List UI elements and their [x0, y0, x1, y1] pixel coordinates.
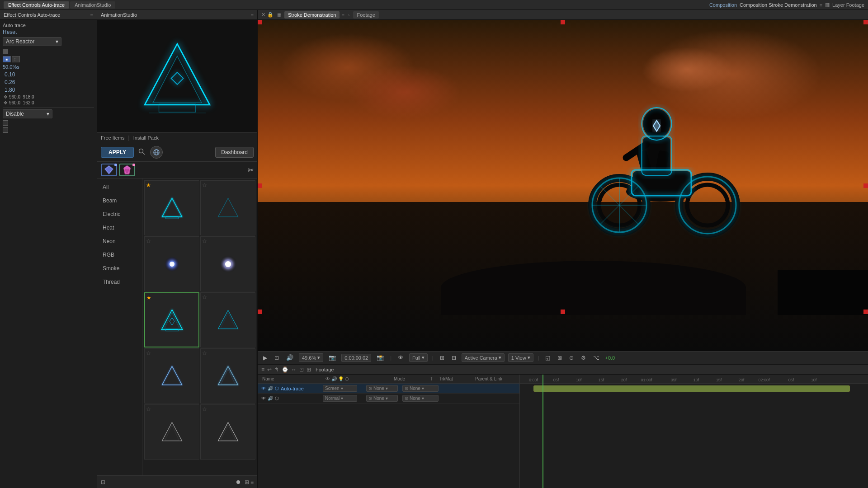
tl-solo-2[interactable]: ⬡ — [275, 396, 279, 401]
coord-2[interactable]: ✥ 960.0, 162.0 — [3, 100, 94, 105]
tl-visibility-2[interactable]: 👁 — [261, 396, 266, 401]
tl-layer-name-1[interactable]: Auto-trace — [281, 386, 304, 391]
value-1[interactable]: 0.10 — [3, 71, 94, 78]
tl-col-icon-2[interactable]: 🔊 — [331, 376, 337, 381]
vp-preview-btn[interactable]: ⊡ — [273, 354, 281, 362]
tab-stroke-demo[interactable]: Stroke Demonstration — [284, 11, 340, 19]
tl-audio-2[interactable]: 🔊 — [268, 396, 273, 401]
star-10[interactable]: ☆ — [202, 406, 207, 413]
parent-dropdown-1[interactable]: ⊙ None ▾ — [402, 385, 439, 392]
effect-item-9[interactable]: ☆ — [144, 404, 199, 460]
tab-footage[interactable]: Footage — [353, 11, 378, 19]
preset-dropdown[interactable]: Arc Reactor ▾ — [3, 37, 61, 46]
category-electric[interactable]: Electric — [97, 207, 142, 221]
tl-bar-content-2[interactable] — [533, 385, 850, 392]
tl-col-icon-4[interactable]: ⬡ — [345, 376, 349, 381]
trkmat-dropdown-2[interactable]: ⊙ None ▾ — [366, 395, 398, 402]
tools-icon[interactable]: ✂ — [248, 166, 254, 174]
zoom-dropdown[interactable]: 49.6% ▾ — [299, 353, 323, 362]
view-dropdown[interactable]: 1 View ▾ — [508, 353, 533, 362]
tl-icon-3[interactable]: ↔ — [291, 366, 297, 373]
timecode-display[interactable]: 0:00:00:02 — [341, 354, 371, 362]
percent-value[interactable]: 50.0%s — [3, 64, 19, 70]
vp-guides-btn[interactable]: ⊟ — [450, 354, 458, 362]
effect-item-3[interactable]: ☆ — [144, 236, 199, 291]
bottom-icon-1[interactable]: ⊡ — [101, 479, 105, 485]
vp-comp-btn[interactable]: ◱ — [543, 354, 552, 362]
checkbox-3[interactable] — [3, 127, 8, 133]
effect-item-4[interactable]: ☆ — [200, 236, 255, 291]
value-3[interactable]: 1.80 — [3, 87, 94, 93]
star-5[interactable]: ★ — [146, 295, 151, 301]
effect-item-6[interactable]: ☆ — [200, 292, 255, 347]
tl-col-icon-3[interactable]: 💡 — [338, 376, 344, 381]
view-icon-1[interactable]: ⊞ — [245, 479, 249, 485]
trkmat-dropdown-1[interactable]: ⊙ None ▾ — [366, 385, 398, 392]
quality-dropdown[interactable]: Full ▾ — [409, 353, 428, 362]
tab-effect-controls[interactable]: Effect Controls Auto-trace — [4, 1, 69, 9]
parent-dropdown-2[interactable]: ⊙ None ▾ — [402, 395, 439, 402]
category-smoke[interactable]: Smoke — [97, 262, 142, 275]
tl-icon-2[interactable]: ⌚ — [282, 366, 288, 373]
icon-box-2[interactable]: ⬚ — [12, 56, 20, 62]
center-panel-menu-icon[interactable]: ≡ — [251, 12, 254, 18]
tl-icon-5[interactable]: ⊞ — [307, 366, 311, 373]
disable-dropdown[interactable]: Disable ▾ — [3, 109, 52, 118]
coord-1[interactable]: ✥ 960.0, 918.0 — [3, 94, 94, 99]
dashboard-button[interactable]: Dashboard — [215, 147, 254, 158]
star-7[interactable]: ☆ — [146, 350, 151, 357]
checkbox-2[interactable] — [3, 120, 8, 126]
effect-item-5[interactable]: ★ — [144, 292, 199, 347]
star-1[interactable]: ★ — [146, 182, 151, 188]
search-button[interactable] — [137, 147, 147, 158]
checkbox-1[interactable] — [3, 49, 8, 54]
tl-col-icon-1[interactable]: 👁 — [326, 376, 330, 381]
vp-grid-btn[interactable]: ⊞ — [438, 354, 446, 362]
tl-visibility-1[interactable]: 👁 — [261, 386, 266, 391]
tl-icon-4[interactable]: ⊡ — [299, 366, 304, 373]
apply-button[interactable]: APPLY — [101, 147, 134, 158]
vp-snapshot-btn[interactable]: 📸 — [375, 353, 386, 362]
vp-render-btn[interactable]: ⊠ — [556, 354, 564, 362]
tl-icon-1[interactable]: ↰ — [274, 366, 279, 373]
tl-icon-undo[interactable]: ↩ — [267, 366, 272, 373]
star-6[interactable]: ☆ — [202, 294, 207, 300]
vp-settings-btn[interactable]: ⚙ — [579, 354, 588, 362]
category-thread[interactable]: Thread — [97, 275, 142, 289]
mode-dropdown-2[interactable]: Normal ▾ — [323, 395, 357, 402]
star-9[interactable]: ☆ — [146, 406, 151, 413]
effect-item-7[interactable]: ☆ — [144, 348, 199, 404]
tl-icon-menu[interactable]: ≡ — [261, 366, 264, 373]
category-neon[interactable]: Neon — [97, 235, 142, 248]
vp-play-btn[interactable]: ▶ — [261, 354, 269, 362]
value-2[interactable]: 0.26 — [3, 79, 94, 85]
effect-item-2[interactable]: ☆ — [200, 180, 255, 235]
vp-eye-btn[interactable]: 👁 — [396, 353, 406, 362]
effect-item-8[interactable]: ☆ — [200, 348, 255, 404]
comp-menu-icon[interactable]: ≡ — [341, 12, 344, 18]
vp-audio-btn[interactable]: 🔊 — [284, 353, 295, 362]
left-panel-menu-icon[interactable]: ≡ — [90, 12, 93, 18]
reset-label[interactable]: Reset — [3, 29, 94, 35]
mode-dropdown-1[interactable]: Screen ▾ — [323, 385, 357, 392]
effect-item-10[interactable]: ☆ — [200, 404, 255, 460]
free-items-link[interactable]: Free Items — [101, 135, 125, 141]
effect-item-1[interactable]: ★ — [144, 180, 199, 235]
category-all[interactable]: All — [97, 180, 142, 194]
icon-box-1[interactable]: ■ — [3, 56, 11, 62]
star-8[interactable]: ☆ — [202, 350, 207, 357]
tab-diamond[interactable] — [101, 164, 117, 176]
star-4[interactable]: ☆ — [202, 238, 207, 244]
category-heat[interactable]: Heat — [97, 221, 142, 235]
vp-flow-btn[interactable]: ⌥ — [591, 354, 601, 362]
star-3[interactable]: ☆ — [146, 238, 151, 244]
lock-icon[interactable]: 🔒 — [267, 12, 274, 18]
vp-export-btn[interactable]: ⊙ — [567, 354, 576, 362]
tl-playhead[interactable] — [542, 375, 543, 488]
install-pack-link[interactable]: Install Pack — [133, 135, 159, 141]
vp-camera-icon[interactable]: 📷 — [327, 353, 338, 362]
globe-button[interactable] — [150, 146, 163, 159]
tl-solo-1[interactable]: ⬡ — [275, 386, 279, 391]
tab-animation-studio[interactable]: AnimationStudio — [70, 1, 115, 9]
category-rgb[interactable]: RGB — [97, 248, 142, 262]
